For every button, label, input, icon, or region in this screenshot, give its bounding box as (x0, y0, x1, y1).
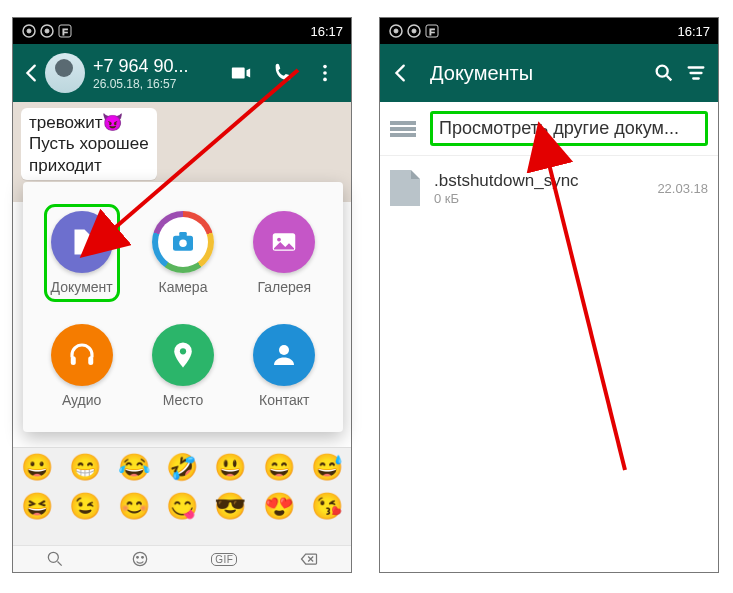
svg-rect-30 (390, 127, 416, 131)
attach-audio-label: Аудио (62, 392, 102, 408)
gallery-icon (269, 227, 299, 257)
svg-rect-11 (179, 232, 187, 237)
phone-right: F 16:17 Документы Просмотреть другие док… (379, 17, 719, 573)
emoji-cell[interactable]: 😃 (206, 452, 254, 483)
message-line: Пусть хорошее (29, 133, 149, 154)
message-line: тревожит😈 (29, 112, 149, 133)
file-row[interactable]: .bstshutdown_sync 0 кБ 22.03.18 (380, 156, 718, 220)
attach-location[interactable]: Место (152, 324, 214, 408)
statusbar-app-icon: F (424, 23, 440, 39)
svg-point-21 (141, 557, 143, 559)
svg-point-10 (179, 239, 187, 247)
emoji-cell[interactable]: 😉 (61, 491, 109, 522)
attach-contact[interactable]: Контакт (253, 324, 315, 408)
documents-header: Документы (380, 44, 718, 102)
search-button[interactable] (648, 62, 680, 84)
attach-gallery[interactable]: Галерея (253, 211, 315, 295)
video-call-button[interactable] (229, 61, 253, 85)
emoji-cell[interactable]: 😁 (61, 452, 109, 483)
camera-icon (168, 227, 198, 257)
svg-point-18 (49, 552, 59, 562)
backspace-button[interactable] (297, 549, 321, 569)
chat-header: +7 964 90... 26.05.18, 16:57 (13, 44, 351, 102)
svg-point-23 (394, 29, 398, 33)
statusbar-app-icon (388, 23, 404, 39)
svg-point-6 (323, 65, 327, 69)
sort-button[interactable] (680, 62, 712, 84)
svg-point-28 (657, 66, 668, 77)
status-bar: F 16:17 (13, 18, 351, 44)
document-icon (67, 227, 97, 257)
attach-document-label: Документ (51, 279, 113, 295)
browse-other-documents-label: Просмотреть другие докум... (430, 111, 708, 146)
statusbar-time: 16:17 (677, 24, 710, 39)
attach-camera-label: Камера (159, 279, 208, 295)
documents-title: Документы (430, 62, 648, 85)
file-icon (390, 170, 420, 206)
svg-point-13 (277, 237, 281, 241)
chat-contact-name: +7 964 90... (93, 56, 229, 77)
svg-text:F: F (429, 27, 435, 37)
svg-point-1 (27, 29, 31, 33)
statusbar-time: 16:17 (310, 24, 343, 39)
attachment-sheet: Документ Камера Галерея Аудио Место Конт… (23, 182, 343, 432)
attach-contact-label: Контакт (259, 392, 309, 408)
emoji-cell[interactable]: 😆 (13, 491, 61, 522)
emoji-cell[interactable]: 😂 (110, 452, 158, 483)
attach-location-label: Место (163, 392, 204, 408)
attach-document[interactable]: Документ (51, 211, 113, 295)
statusbar-app-icon (406, 23, 422, 39)
documents-body: Просмотреть другие докум... .bstshutdown… (380, 102, 718, 220)
file-date: 22.03.18 (657, 181, 708, 196)
svg-point-7 (323, 71, 327, 75)
gif-tab-button[interactable]: GIF (212, 549, 236, 569)
file-name: .bstshutdown_sync (434, 171, 657, 191)
attach-gallery-label: Галерея (257, 279, 311, 295)
svg-point-20 (136, 557, 138, 559)
svg-point-16 (180, 348, 186, 354)
statusbar-app-icon (21, 23, 37, 39)
person-icon (269, 340, 299, 370)
svg-point-3 (45, 29, 49, 33)
emoji-cell[interactable]: 😊 (110, 491, 158, 522)
attach-audio[interactable]: Аудио (51, 324, 113, 408)
emoji-cell[interactable]: 😍 (254, 491, 302, 522)
statusbar-app-icon: F (57, 23, 73, 39)
file-size: 0 кБ (434, 191, 657, 206)
svg-rect-14 (70, 356, 75, 365)
back-button[interactable] (19, 44, 45, 102)
storage-icon (390, 119, 416, 139)
status-bar: F 16:17 (380, 18, 718, 44)
svg-point-25 (412, 29, 416, 33)
location-pin-icon (168, 340, 198, 370)
headphones-icon (67, 340, 97, 370)
emoji-keyboard-footer: GIF (13, 545, 351, 572)
avatar[interactable] (45, 53, 85, 93)
back-button[interactable] (386, 62, 416, 84)
emoji-cell[interactable]: 😋 (158, 491, 206, 522)
emoji-keyboard[interactable]: 😀😁😂🤣😃😄😅😆😉😊😋😎😍😘 (13, 447, 351, 545)
menu-button[interactable] (313, 61, 337, 85)
svg-rect-29 (390, 121, 416, 125)
svg-text:F: F (62, 27, 68, 37)
message-line: приходит (29, 155, 149, 176)
chat-title-block[interactable]: +7 964 90... 26.05.18, 16:57 (93, 56, 229, 91)
emoji-cell[interactable]: 😘 (303, 491, 351, 522)
browse-other-documents[interactable]: Просмотреть другие докум... (380, 102, 718, 156)
svg-point-17 (279, 345, 289, 355)
incoming-message[interactable]: тревожит😈 Пусть хорошее приходит (21, 108, 157, 180)
emoji-cell[interactable]: 😀 (13, 452, 61, 483)
emoji-cell[interactable]: 😄 (254, 452, 302, 483)
svg-rect-15 (88, 356, 93, 365)
emoji-search-button[interactable] (43, 549, 67, 569)
voice-call-button[interactable] (271, 61, 295, 85)
svg-rect-31 (390, 133, 416, 137)
emoji-cell[interactable]: 😅 (303, 452, 351, 483)
svg-point-8 (323, 78, 327, 82)
emoji-cell[interactable]: 🤣 (158, 452, 206, 483)
attach-camera[interactable]: Камера (152, 211, 214, 295)
emoji-cell[interactable]: 😎 (206, 491, 254, 522)
statusbar-app-icon (39, 23, 55, 39)
chat-last-seen: 26.05.18, 16:57 (93, 77, 229, 91)
emoji-tab-button[interactable] (128, 549, 152, 569)
